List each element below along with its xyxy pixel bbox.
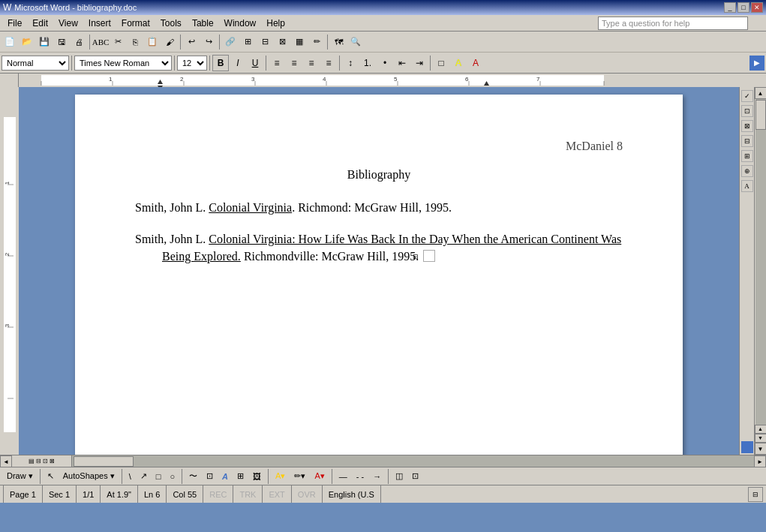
hyperlink-button[interactable]: 🔗 <box>222 34 239 50</box>
right-panel-icon-3[interactable]: ⊠ <box>741 120 753 132</box>
sec-label: Sec 1 <box>49 490 70 499</box>
font-color-button-draw[interactable]: A▾ <box>311 469 328 484</box>
bullets-button[interactable]: • <box>377 55 393 71</box>
scroll-track[interactable] <box>755 99 766 425</box>
size-select[interactable]: 12 <box>177 56 207 71</box>
draw-dropdown-button[interactable]: Draw ▾ <box>3 469 37 484</box>
paste-button[interactable]: 📋 <box>144 34 161 50</box>
align-left-button[interactable]: ≡ <box>269 55 285 71</box>
menu-window[interactable]: Window <box>220 17 261 30</box>
oval-button[interactable]: ○ <box>166 469 179 484</box>
print-button[interactable]: 🖨 <box>71 34 87 50</box>
line-spacing-button[interactable]: ↕ <box>342 55 359 71</box>
decrease-indent-button[interactable]: ⇤ <box>394 55 410 71</box>
menu-help[interactable]: Help <box>262 17 290 30</box>
arrow-button[interactable]: ↗ <box>137 469 151 484</box>
web-view-button[interactable]: ⊟ <box>36 458 41 464</box>
right-panel-icon-2[interactable]: ⊡ <box>741 105 753 117</box>
right-panel-icon-5[interactable]: ⊞ <box>741 150 753 162</box>
outline-view-button[interactable]: ⊠ <box>50 458 55 464</box>
cut-button[interactable]: ✂ <box>110 34 126 50</box>
close-button[interactable]: ✕ <box>751 2 763 13</box>
horizontal-scrollbar[interactable]: ◄ ▤ ⊟ ⊡ ⊠ ► <box>0 455 766 467</box>
insert-table-button[interactable]: ⊟ <box>257 34 273 50</box>
highlight-button[interactable]: A <box>450 55 467 71</box>
line-button[interactable]: \ <box>125 469 135 484</box>
scroll-page-down-button[interactable]: ▼ <box>755 434 767 443</box>
open-button[interactable]: 📂 <box>19 34 35 50</box>
new-button[interactable]: 📄 <box>2 34 18 50</box>
menu-file[interactable]: File <box>3 17 26 30</box>
font-color-button[interactable]: A <box>467 55 484 71</box>
maximize-button[interactable]: □ <box>737 2 749 13</box>
save-button[interactable]: 💾 <box>36 34 53 50</box>
menu-edit[interactable]: Edit <box>28 17 53 30</box>
hscroll-right-button[interactable]: ► <box>754 455 766 467</box>
menu-format[interactable]: Format <box>117 17 155 30</box>
minimize-button[interactable]: _ <box>724 2 736 13</box>
copy-button[interactable]: ⎘ <box>127 34 143 50</box>
scroll-up-button[interactable]: ▲ <box>755 87 767 99</box>
svg-text:3: 3 <box>4 323 11 327</box>
right-panel-icon-7[interactable]: A <box>741 180 753 192</box>
hscroll-left-button[interactable]: ◄ <box>0 455 12 467</box>
zoom-button[interactable]: 🔍 <box>347 34 364 50</box>
drawing-button[interactable]: ✏ <box>308 34 325 50</box>
style-select[interactable]: Normal <box>2 56 69 71</box>
fill-color-button[interactable]: A▾ <box>272 469 289 484</box>
underline-button[interactable]: U <box>247 55 263 71</box>
hscroll-thumb[interactable] <box>74 456 134 467</box>
align-center-button[interactable]: ≡ <box>286 55 302 71</box>
vertical-scrollbar[interactable]: ▲ ▲ ▼ ▼ <box>754 87 766 455</box>
autocorrect-icon[interactable]: ⊟ <box>423 250 435 262</box>
3d-button[interactable]: ⊡ <box>408 469 422 484</box>
insert-spreadsheet-button[interactable]: ⊠ <box>274 34 290 50</box>
document-map-button[interactable]: 🗺 <box>330 34 347 50</box>
right-panel-icon-4[interactable]: ⊟ <box>741 135 753 147</box>
spelling-button[interactable]: ABC <box>92 34 109 50</box>
tables-borders-button[interactable]: ⊞ <box>239 34 256 50</box>
redo-button[interactable]: ↪ <box>200 34 217 50</box>
align-right-button[interactable]: ≡ <box>303 55 320 71</box>
menu-table[interactable]: Table <box>188 17 218 30</box>
numbering-button[interactable]: 1. <box>359 55 376 71</box>
save-as-button[interactable]: 🖫 <box>53 34 70 50</box>
print-view-button[interactable]: ⊡ <box>43 458 48 464</box>
dash-style-button[interactable]: - - <box>353 469 368 484</box>
autoshapes-button[interactable]: AutoShapes ▾ <box>59 469 119 484</box>
justify-button[interactable]: ≡ <box>320 55 337 71</box>
line-style-button[interactable]: — <box>335 469 351 484</box>
right-panel-icon-1[interactable]: ✓ <box>741 90 753 102</box>
hscroll-track[interactable] <box>72 455 754 467</box>
menu-tools[interactable]: Tools <box>156 17 186 30</box>
bold-button[interactable]: B <box>212 55 229 71</box>
diagram-button[interactable]: ⊞ <box>233 469 248 484</box>
undo-button[interactable]: ↩ <box>183 34 200 50</box>
help-search-input[interactable]: Type a question for help <box>602 19 689 28</box>
font-select[interactable]: Times New Roman <box>74 56 172 71</box>
columns-button[interactable]: ▦ <box>291 34 308 50</box>
scroll-page-up-button[interactable]: ▲ <box>755 425 767 434</box>
right-panel-icon-6[interactable]: ⊕ <box>741 165 753 177</box>
clipart-button[interactable]: 🖼 <box>249 469 265 484</box>
line-color-button[interactable]: ✏▾ <box>290 469 309 484</box>
italic-button[interactable]: I <box>230 55 246 71</box>
select-button[interactable]: ↖ <box>44 469 58 484</box>
freeform-button[interactable]: 〜 <box>185 469 201 484</box>
scroll-down-button[interactable]: ▼ <box>755 443 767 455</box>
wordart-button[interactable]: A <box>218 469 232 484</box>
normal-view-button[interactable]: ▤ <box>29 458 35 464</box>
separator-3 <box>219 35 220 50</box>
rectangle-button[interactable]: □ <box>152 469 165 484</box>
scroll-thumb[interactable] <box>755 100 766 130</box>
arrow-style-button[interactable]: → <box>369 469 385 484</box>
outside-border-button[interactable]: □ <box>433 55 449 71</box>
macro-button[interactable]: ⊟ <box>748 487 763 502</box>
menu-insert[interactable]: Insert <box>84 17 116 30</box>
format-painter-button[interactable]: 🖌 <box>161 34 178 50</box>
menu-view[interactable]: View <box>54 17 83 30</box>
textbox-button[interactable]: ⊡ <box>203 469 217 484</box>
shadow-button[interactable]: ◫ <box>392 469 407 484</box>
document-area[interactable]: McDaniel 8 Bibliography Smith, John L. C… <box>19 87 739 455</box>
increase-indent-button[interactable]: ⇥ <box>411 55 428 71</box>
